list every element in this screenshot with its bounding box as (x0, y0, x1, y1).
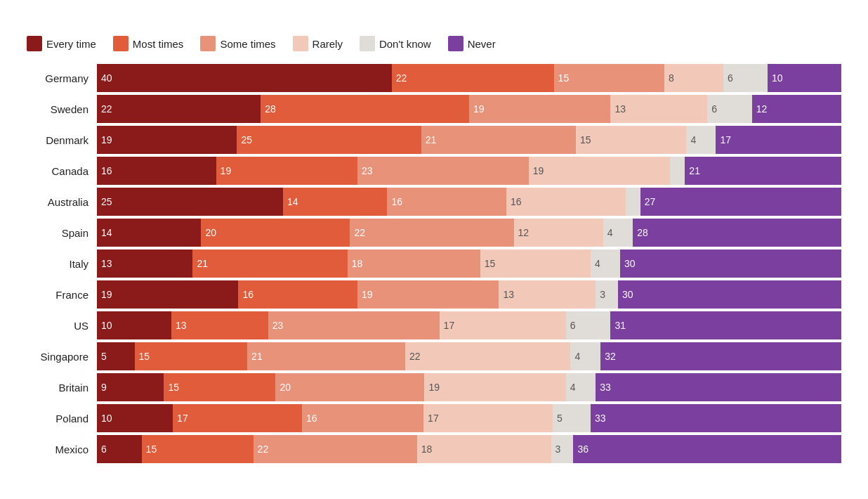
bar-segment-every_time: 19 (97, 280, 238, 309)
bar-segment-rarely: 16 (506, 188, 626, 216)
bar-segment-never: 31 (610, 311, 841, 339)
bar-segment-most_times: 15 (135, 342, 248, 370)
chart-row: Mexico6152218336 (27, 435, 841, 463)
bar-segment-rarely: 8 (664, 64, 723, 92)
bar-segment-every_time: 19 (97, 126, 237, 154)
bar-segment-every_time: 10 (97, 311, 171, 339)
legend-item-every-time: Every time (27, 36, 96, 51)
legend-label: Rarely (313, 38, 343, 50)
bar-segment-dont_know: 5 (553, 404, 591, 432)
legend-item-rarely: Rarely (293, 36, 343, 51)
bar-segment-rarely: 17 (440, 311, 566, 339)
chart-container: Every timeMost timesSome timesRarelyDon'… (20, 22, 848, 477)
legend-item-don't-know: Don't know (360, 36, 431, 51)
bar-segment-some_times: 18 (348, 249, 480, 278)
bar-segment-rarely: 13 (610, 95, 707, 123)
bar-segment-some_times: 16 (302, 404, 423, 432)
bar-segment-some_times: 23 (268, 311, 440, 339)
bar-segment-every_time: 25 (97, 188, 283, 216)
bar-segment-some_times: 23 (357, 157, 529, 185)
bar-segment-rarely: 12 (514, 219, 603, 247)
bar-segment-rarely: 19 (529, 157, 670, 185)
bar-segment-most_times: 13 (171, 311, 268, 339)
chart-row: France19161913330 (27, 280, 841, 309)
bar-segment-some_times: 15 (554, 64, 664, 92)
bar-segment-never: 36 (573, 435, 841, 463)
legend-swatch (293, 36, 308, 51)
bar-segment-dont_know: 6 (566, 311, 611, 339)
chart-row: Denmark19252115417 (27, 126, 841, 154)
bar-segment-most_times: 16 (238, 280, 357, 309)
bar-segment-never: 30 (618, 280, 841, 309)
bar-segment-never: 28 (633, 219, 841, 247)
bar-container: 13211815430 (97, 249, 841, 278)
bar-segment-every_time: 14 (97, 219, 201, 247)
legend-label: Most times (133, 38, 184, 50)
chart-row: Sweden22281913612 (27, 95, 841, 123)
bar-segment-every_time: 9 (97, 373, 164, 401)
bar-segment-some_times: 19 (469, 95, 610, 123)
legend-swatch (360, 36, 375, 51)
bar-container: 6152218336 (97, 435, 841, 463)
bar-segment-never: 33 (591, 404, 841, 432)
chart-row: Australia2514161627 (27, 188, 841, 216)
bar-segment-rarely: 13 (499, 280, 596, 309)
bar-segment-dont_know: 3 (596, 280, 618, 309)
bar-container: 5152122432 (97, 342, 841, 370)
bar-segment-rarely: 19 (424, 373, 565, 401)
legend-label: Never (468, 38, 496, 50)
bar-container: 14202212428 (97, 219, 841, 247)
bar-segment-never: 27 (640, 188, 841, 216)
row-label: Poland (27, 413, 97, 425)
row-label: Canada (27, 165, 97, 177)
bar-segment-every_time: 10 (97, 404, 173, 432)
bar-segment-most_times: 19 (216, 157, 357, 185)
row-label: Britain (27, 382, 97, 394)
bar-segment-every_time: 22 (97, 95, 261, 123)
chart-row: Germany4022158610 (27, 64, 841, 92)
row-label: Denmark (27, 134, 97, 146)
row-label: France (27, 289, 97, 301)
bar-segment-dont_know: 3 (551, 435, 574, 463)
bar-segment-never: 30 (620, 249, 841, 278)
bar-segment-rarely: 15 (576, 126, 686, 154)
bar-segment-most_times: 15 (142, 435, 254, 463)
bar-segment-every_time: 6 (97, 435, 142, 463)
bar-segment-some_times: 19 (357, 280, 499, 309)
bar-segment-most_times: 15 (164, 373, 275, 401)
chart-row: Britain9152019433 (27, 373, 841, 401)
bar-segment-every_time: 16 (97, 157, 216, 185)
bar-segment-every_time: 40 (97, 64, 392, 92)
bar-segment-most_times: 17 (173, 404, 302, 432)
bar-container: 10132317631 (97, 311, 841, 339)
row-label: Sweden (27, 103, 97, 115)
bar-container: 9152019433 (97, 373, 841, 401)
bar-container: 22281913612 (97, 95, 841, 123)
bar-container: 1619231921 (97, 157, 841, 185)
bar-segment-rarely: 22 (405, 342, 571, 370)
bar-container: 2514161627 (97, 188, 841, 216)
bar-segment-most_times: 25 (237, 126, 421, 154)
bar-segment-most_times: 28 (261, 95, 469, 123)
bar-container: 19161913330 (97, 280, 841, 309)
legend-item-never: Never (448, 36, 496, 51)
bar-segment-dont_know: 4 (686, 126, 716, 154)
row-label: Mexico (27, 443, 97, 455)
row-label: Spain (27, 227, 97, 239)
bar-segment-dont_know: 4 (570, 342, 600, 370)
legend-label: Don't know (379, 38, 431, 50)
bar-segment-never: 32 (600, 342, 841, 370)
bar-segment-rarely: 17 (423, 404, 553, 432)
legend-swatch (200, 36, 216, 51)
legend-label: Every time (46, 38, 96, 50)
bar-container: 4022158610 (97, 64, 841, 92)
bar-segment-some_times: 20 (275, 373, 424, 401)
bar-segment-some_times: 22 (350, 219, 513, 247)
bar-segment-some_times: 21 (247, 342, 405, 370)
bar-segment-dont_know: 4 (603, 219, 633, 247)
bar-container: 10171617533 (97, 404, 841, 432)
legend-swatch (448, 36, 463, 51)
chart-row: Italy13211815430 (27, 249, 841, 278)
bar-segment-most_times: 14 (283, 188, 387, 216)
bar-container: 19252115417 (97, 126, 841, 154)
